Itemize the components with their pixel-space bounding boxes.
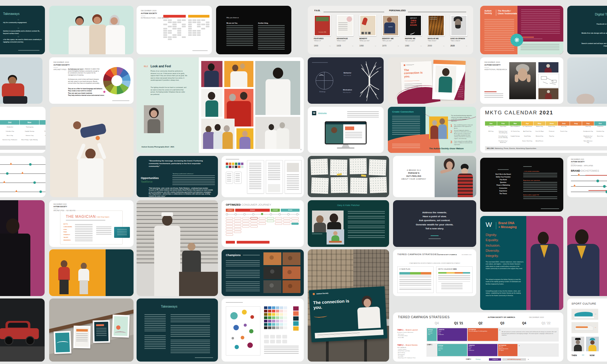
photo-red-car[interactable] xyxy=(0,298,45,362)
text-lines xyxy=(117,229,127,236)
photo-father-tossing-son[interactable] xyxy=(50,107,134,197)
text-lines xyxy=(521,39,542,40)
person-silhouette xyxy=(81,263,87,269)
slide-website[interactable]: W Website xyxy=(308,107,384,153)
phone-mockup xyxy=(234,172,242,184)
slide-additional-research[interactable]: DECEMBER 2020 AUTISM SOCIETY ADDITIONAL … xyxy=(480,57,563,104)
slide-consumer-journey[interactable]: OPTIMIZED CONSUMER JOURNEY ATTRACT ENGAG… xyxy=(222,200,304,247)
slide-client-testimonials[interactable]: AutismSociety The Results /Client Testim… xyxy=(480,6,563,54)
slide-visual-research[interactable] xyxy=(222,156,304,197)
scale-line xyxy=(0,183,46,183)
arrow-icon: → xyxy=(329,45,331,47)
slide-fab-timeline[interactable]: F.A.B. PERSONALIZED Carnation Milk FEATU… xyxy=(308,6,473,54)
text-lines xyxy=(348,235,385,238)
photo-man-magenta-right-partial[interactable] xyxy=(567,216,607,296)
photo-boy-red-shirt[interactable] xyxy=(0,57,42,104)
slide-why-you-chose-us[interactable]: Why you chose us We are not You. Another… xyxy=(216,6,291,54)
left-panel: 01.2 Look and Feel Photos of our communi… xyxy=(137,57,199,153)
journey-nodes xyxy=(226,213,298,215)
item-number: 02 xyxy=(567,29,607,31)
org-chart-chips-left xyxy=(163,19,186,40)
chip-column xyxy=(234,217,241,234)
text-lines xyxy=(144,314,166,332)
bottom-bar xyxy=(226,241,235,244)
person-silhouette xyxy=(154,226,180,296)
photo-posters-on-stairs[interactable] xyxy=(49,298,134,362)
billboard: Autism Society The connection is you. xyxy=(309,286,388,342)
photo-brochure-mockup[interactable]: The connection is you. xyxy=(388,57,476,104)
slide-title: Look and Feel xyxy=(151,65,171,68)
slide-champions[interactable]: Champions xyxy=(222,249,304,296)
photo-man-magenta-partial[interactable] xyxy=(0,200,45,296)
slide-manifesto[interactable]: Address the rewards.Have a point of view… xyxy=(393,200,476,247)
slide-brand-gut-feeling[interactable]: A BRAND IS A PERSON'S GUT-FEELING ABOUT … xyxy=(393,156,476,197)
slide-fletcher-interview[interactable]: Gary & Kate Fletcher xyxy=(308,200,389,247)
w-logo: W xyxy=(486,221,492,229)
slide-tiered-strategies-overview[interactable]: TIERED CAMPAIGN STRATEGIES AUTISM SOCIET… xyxy=(393,249,476,296)
gantt-bar-creative: CREATIVEShootPostProduction xyxy=(437,328,467,341)
photo-three-women[interactable] xyxy=(49,6,134,54)
divider xyxy=(496,10,496,16)
photo-girls-dancing[interactable] xyxy=(49,249,134,296)
quarter-headers: Q4Q1 '21 Q2Q3 Q4Q1 '22 xyxy=(426,322,559,325)
slide-org-chart[interactable]: DECEMBER 2020 AUTISM SOCIETY INTRODUCTIO… xyxy=(137,6,212,54)
slide-magician-archetype[interactable]: DECEMBER 2020 AUTISM SOCIETY ARCHETYPES … xyxy=(49,200,134,247)
slide-opportunities-taskforce[interactable]: "Streamlining the message, increasing th… xyxy=(137,156,218,197)
slide-sport-culture-partial[interactable]: SPORT CULTURE → → THEN »» NOW xyxy=(567,298,607,362)
text-lines xyxy=(392,144,420,149)
slide-motivation-tree[interactable]: Strategy Behavior What they do Motivatio… xyxy=(308,57,384,104)
photo-podium xyxy=(538,88,558,99)
person-silhouette xyxy=(59,280,69,294)
slide-calendar-q4-partial[interactable]: Oct Nov Dec OktoberfestThanksgivingChris… xyxy=(0,107,46,153)
slide-title: Website xyxy=(318,112,327,115)
slide-color-exploration[interactable] xyxy=(222,298,304,362)
diagram-sublabel: What they do xyxy=(344,75,351,76)
slide-brand-dna[interactable]: W Brand DNA+ Messaging Dignity.Equality.… xyxy=(480,216,563,310)
section-number: 01.2 xyxy=(144,65,148,67)
text-lines xyxy=(521,9,560,35)
person-silhouette xyxy=(188,243,195,251)
photo-soft-portrait-partial[interactable] xyxy=(567,57,607,104)
left-panel: Create Connection xyxy=(388,107,426,153)
slide-look-and-feel[interactable]: 01.2 Look and Feel Photos of our communi… xyxy=(137,57,304,153)
photo-icon-sketch-wall[interactable] xyxy=(308,156,389,197)
slide-dichotomy-scales-partial[interactable] xyxy=(0,156,46,197)
person-silhouette xyxy=(110,17,118,25)
archetype-title: THE MAGICIAN xyxy=(66,214,96,219)
slide-brand-themes[interactable]: Don't Die in the DesertDefine Your Freed… xyxy=(480,158,563,212)
chart-header-red xyxy=(163,15,186,18)
photo-nurse-child-bw[interactable] xyxy=(137,200,218,296)
photo-billboard-city[interactable]: Autism Society The connection is you. xyxy=(308,249,389,362)
page-mockup xyxy=(285,160,302,194)
slide-archetypes-intro[interactable]: DECEMBER 2020 AUTISM SOCIETY ARCHETYPES … xyxy=(49,57,134,104)
sketch-sheet xyxy=(311,177,329,194)
marker-triangle xyxy=(578,174,580,176)
orange-accent xyxy=(314,314,327,318)
person-silhouette xyxy=(58,267,70,280)
page-mockup xyxy=(266,160,283,194)
person-silhouette xyxy=(78,158,103,197)
slide-takeaways-partial[interactable]: Takeaways 01 rity for community engageme… xyxy=(0,6,45,54)
wheel-center xyxy=(111,75,122,86)
slide-create-connection[interactable]: Create Connection The new brand position… xyxy=(388,107,476,153)
billboard-post xyxy=(364,338,367,362)
brand-dot-icon xyxy=(313,293,315,295)
numeral: 3 xyxy=(450,140,452,144)
page-number: 8 xyxy=(300,149,301,150)
car-wheel xyxy=(4,336,13,345)
slide-digital-takeaways-partial[interactable]: Digital Takeaways 01 Facebook is the pri… xyxy=(567,6,607,54)
rule xyxy=(408,12,466,12)
slide-brand-dichotomies-partial[interactable]: DECEMBER 2020 AUTISM SOCIETY DICHOTOMIES… xyxy=(567,156,607,197)
slide-takeaways[interactable]: Takeaways xyxy=(137,298,218,362)
slide-tiered-strategies-gantt[interactable]: TIERED CAMPAIGN STRATEGIES AUTISM SOCIET… xyxy=(393,312,563,362)
photo-sneaker-teal: → xyxy=(571,309,598,320)
arrow-icon: → xyxy=(375,45,377,47)
slide-footer: Autism Society Photography Brief - 2021 xyxy=(141,146,174,148)
person-silhouette xyxy=(76,18,83,25)
slide-mktg-calendar-2021[interactable]: MKTG CALENDAR 2021 JanNew YearsMLK Day F… xyxy=(480,107,607,153)
slide-date: DECEMBER 2020 xyxy=(462,254,472,255)
slide-org: AUTISM SOCIETY xyxy=(484,64,507,66)
phase-bar: ATTRACT xyxy=(226,209,234,212)
text-lines xyxy=(348,211,385,214)
photo-elderly-couple xyxy=(255,117,300,149)
